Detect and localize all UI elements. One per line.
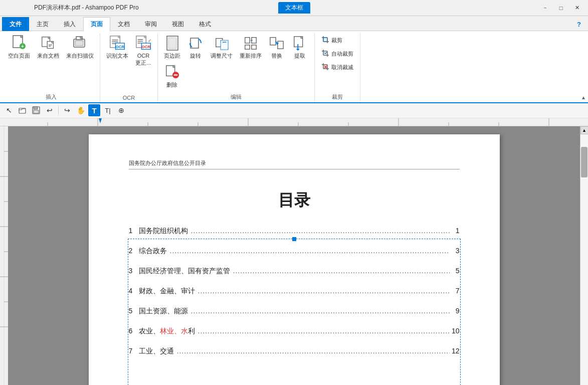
cancel-crop-icon — [321, 63, 329, 72]
pdf-page: 国务院办公厅政府信息公开目录 目录 1 国务院组织机构 ............… — [89, 134, 500, 385]
crop-button[interactable]: 裁剪 — [318, 34, 346, 47]
title-text: PDF演示样本.pdf - Ashampoo PDF Pro — [34, 4, 139, 12]
extract-label: 提取 — [294, 52, 305, 59]
vertical-scrollbar[interactable]: ▲ ▼ — [580, 126, 588, 385]
undo-tool-button[interactable]: ↩ — [44, 104, 56, 116]
tab-page[interactable]: 页面 — [83, 17, 110, 31]
hand-tool-button[interactable]: ✋ — [75, 104, 87, 116]
from-scanner-button[interactable]: 来自扫描仪 — [63, 33, 97, 61]
tab-format[interactable]: 格式 — [191, 17, 219, 31]
main-area: 国务院办公厅政府信息公开目录 目录 1 国务院组织机构 ............… — [0, 126, 588, 385]
scroll-track[interactable] — [580, 134, 588, 385]
crop-group-label: 裁剪 — [318, 92, 357, 102]
resize-button[interactable]: 调整尺寸 — [208, 33, 236, 61]
open-tool-button[interactable] — [17, 104, 29, 116]
window-controls[interactable]: － □ ✕ — [538, 3, 584, 13]
replace-icon — [269, 35, 285, 51]
scroll-thumb[interactable] — [581, 147, 587, 177]
delete-button[interactable]: 删除 — [161, 62, 183, 90]
title-bar: PDF演示样本.pdf - Ashampoo PDF Pro 文本框 － □ ✕ — [0, 0, 588, 16]
crop-label: 裁剪 — [331, 37, 342, 44]
page-header: 国务院办公厅政府信息公开目录 — [129, 159, 460, 169]
toolbar: ↖ ↩ ↪ ✋ T T| ⊕ — [0, 103, 588, 118]
extract-button[interactable]: 提取 — [289, 33, 311, 61]
svg-rect-30 — [168, 38, 176, 49]
svg-rect-35 — [245, 38, 250, 43]
text-tool-button[interactable]: T — [88, 104, 100, 116]
ocr-correct-label: OCR 更正... — [135, 52, 151, 67]
close-button[interactable]: ✕ — [570, 3, 584, 13]
svg-rect-11 — [75, 41, 83, 46]
from-doc-icon — [40, 35, 56, 51]
tab-review[interactable]: 审阅 — [137, 17, 164, 31]
edit-group: 页边距 旋转 — [158, 33, 315, 102]
page-scroll-area[interactable]: 国务院办公厅政府信息公开目录 目录 1 国务院组织机构 ............… — [8, 126, 580, 385]
save-tool-button[interactable] — [30, 104, 42, 116]
page-header-text: 国务院办公厅政府信息公开目录 — [129, 160, 206, 166]
page-margin-button[interactable]: 页边距 — [161, 33, 183, 61]
selection-box — [128, 239, 461, 385]
ocr-correct-button[interactable]: OCR ✓ OCR 更正... — [132, 33, 154, 69]
svg-text:+: + — [21, 44, 24, 49]
svg-rect-24 — [137, 41, 143, 42]
left-margin-strip — [83, 134, 89, 385]
edit-group-label: 编辑 — [161, 92, 311, 102]
auto-crop-button[interactable]: 自动裁剪 — [318, 48, 357, 60]
svg-text:✓: ✓ — [148, 38, 151, 43]
scroll-up-button[interactable]: ▲ — [580, 126, 589, 134]
resize-label: 调整尺寸 — [211, 52, 233, 59]
ocr-correct-icon: OCR ✓ — [135, 35, 151, 51]
delete-label: 删除 — [166, 81, 177, 88]
ribbon-collapse-button[interactable]: ▲ — [581, 95, 586, 100]
svg-rect-71 — [0, 118, 588, 126]
replace-label: 替换 — [271, 52, 282, 59]
svg-rect-23 — [137, 39, 143, 40]
auto-crop-label: 自动裁剪 — [331, 50, 353, 58]
ocr-recognize-button[interactable]: OCR 识别文本 — [103, 33, 131, 61]
toolbar-separator-1 — [58, 106, 59, 115]
maximize-button[interactable]: □ — [554, 3, 568, 13]
blank-page-icon: + — [11, 35, 27, 51]
active-tab-title: 文本框 — [278, 2, 310, 14]
svg-rect-37 — [245, 45, 250, 49]
svg-rect-33 — [221, 40, 228, 50]
resize-icon — [214, 35, 230, 51]
ocr-recognize-label: 识别文本 — [106, 52, 128, 59]
page-main-title: 目录 — [129, 189, 460, 212]
tab-document[interactable]: 文档 — [110, 17, 137, 31]
ocr-group: OCR 识别文本 OCR — [100, 33, 158, 102]
rotate-icon — [187, 35, 204, 51]
insert-group: + 空白页面 来自文档 — [2, 33, 100, 102]
tab-home[interactable]: 主页 — [29, 17, 56, 31]
from-doc-button[interactable]: 来自文档 — [34, 33, 62, 61]
svg-rect-38 — [252, 45, 256, 49]
tab-view[interactable]: 视图 — [164, 17, 191, 31]
rotate-button[interactable]: 旋转 — [184, 33, 207, 61]
tab-insert[interactable]: 插入 — [56, 17, 83, 31]
svg-text:OCR: OCR — [141, 45, 150, 49]
svg-rect-25 — [137, 43, 141, 44]
replace-button[interactable]: 替换 — [266, 33, 288, 61]
vertical-ruler — [0, 126, 8, 385]
blank-page-button[interactable]: + 空白页面 — [5, 33, 33, 61]
cancel-crop-label: 取消裁减 — [331, 64, 353, 71]
select-tool-button[interactable]: ↖ — [3, 104, 15, 116]
svg-rect-56 — [323, 38, 327, 42]
svg-text:OCR: OCR — [115, 45, 124, 49]
help-button[interactable]: ? — [572, 18, 586, 31]
svg-rect-70 — [34, 110, 39, 113]
page-margin-icon — [164, 35, 180, 51]
horizontal-ruler — [0, 118, 588, 126]
selection-handle-top[interactable] — [292, 237, 296, 241]
extract-icon — [292, 35, 308, 51]
redo-tool-button[interactable]: ↪ — [61, 104, 73, 116]
extra-tool-button[interactable]: ⊕ — [115, 104, 127, 116]
reorder-button[interactable]: 重新排序 — [237, 33, 265, 61]
tab-file[interactable]: 文件 — [2, 17, 29, 31]
reorder-icon — [243, 35, 259, 51]
svg-rect-41 — [278, 41, 283, 49]
page-margin-label: 页边距 — [164, 52, 180, 59]
insert-text-tool-button[interactable]: T| — [102, 104, 114, 116]
cancel-crop-button[interactable]: 取消裁减 — [318, 61, 357, 74]
minimize-button[interactable]: － — [538, 3, 552, 13]
